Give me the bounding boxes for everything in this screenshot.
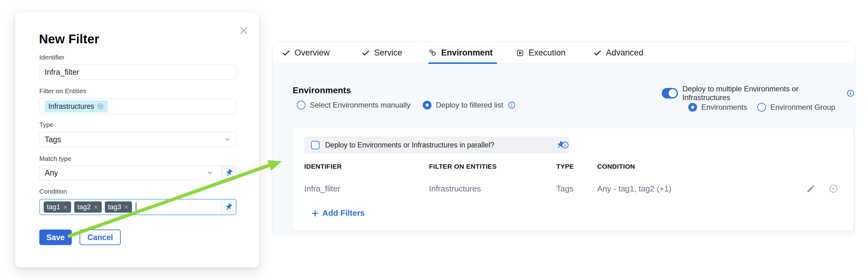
environments-radio[interactable]: Environments	[688, 103, 747, 112]
deploy-multiple-toggle[interactable]	[662, 88, 678, 99]
tag-chip: tag1	[44, 202, 71, 213]
radio-unselected-icon[interactable]	[757, 103, 766, 112]
info-icon[interactable]	[846, 89, 855, 97]
filters-card: Deploy to Environments or Infrastructure…	[293, 128, 854, 231]
radio-unselected-icon[interactable]	[297, 101, 306, 109]
condition-label: Condition	[39, 188, 67, 195]
pin-runtime-button[interactable]	[221, 166, 236, 180]
tab-execution[interactable]: Execution	[516, 42, 566, 64]
tab-service[interactable]: Service	[361, 42, 402, 64]
tag-chip-label: tag2	[78, 203, 91, 211]
parallel-checkbox-bar: Deploy to Environments or Infrastructure…	[304, 137, 569, 153]
chip-remove-icon[interactable]	[124, 205, 129, 210]
cancel-button[interactable]: Cancel	[80, 230, 121, 245]
edit-pencil-icon[interactable]	[806, 184, 815, 193]
type-value: Tags	[44, 135, 61, 144]
cell-type: Tags	[556, 184, 574, 194]
close-icon[interactable]	[238, 25, 249, 36]
pin-icon	[225, 169, 233, 177]
tag-chip-label: tag1	[47, 203, 60, 211]
check-icon	[282, 49, 290, 57]
environment-icon	[428, 49, 437, 57]
cell-entities: Infrastructures	[429, 184, 481, 194]
stage-tabbar: Overview Service Environment Execution A…	[272, 42, 855, 64]
tab-label: Overview	[294, 48, 330, 58]
environment-tab-content: Environments Select Environments manuall…	[272, 64, 855, 236]
save-button[interactable]: Save	[39, 230, 72, 245]
active-tab-underline	[428, 62, 497, 64]
col-header-identifier: IDENTIFIER	[304, 163, 342, 170]
tag-chip: tag2	[74, 202, 102, 213]
select-environments-manually-radio[interactable]: Select Environments manually	[297, 101, 411, 109]
chip-remove-icon[interactable]	[93, 205, 99, 210]
tab-label: Advanced	[606, 48, 643, 58]
pin-runtime-button[interactable]	[221, 200, 236, 214]
plus-icon	[311, 209, 319, 217]
tab-label: Execution	[529, 48, 566, 58]
tab-label: Environment	[441, 48, 493, 58]
pin-icon	[224, 203, 233, 211]
chevron-down-icon	[206, 169, 214, 176]
toggle-knob	[669, 89, 677, 97]
identifier-value: Infra_filter	[44, 68, 79, 77]
environments-heading: Environments	[293, 85, 351, 96]
info-icon[interactable]	[508, 101, 516, 109]
radio-label: Environments	[702, 103, 747, 112]
radio-selected-icon[interactable]	[423, 101, 432, 109]
radio-label: Environment Group	[770, 103, 835, 112]
modal-title: New Filter	[39, 32, 99, 46]
type-select[interactable]: Tags	[39, 132, 237, 147]
type-label: Type	[39, 121, 54, 129]
chip-remove-icon[interactable]	[63, 205, 68, 210]
entity-chip-label: Infrastructures	[49, 102, 94, 111]
col-header-entities: FILTER ON ENTITIES	[429, 163, 497, 170]
match-type-select[interactable]: Any	[39, 165, 237, 180]
match-type-value: Any	[44, 168, 58, 177]
check-icon	[361, 49, 370, 57]
identifier-label: Identifier	[39, 54, 65, 61]
radio-label: Select Environments manually	[310, 101, 411, 109]
add-filters-button[interactable]: Add Filters	[311, 208, 365, 218]
environment-group-radio[interactable]: Environment Group	[757, 103, 835, 112]
parallel-checkbox[interactable]	[311, 141, 319, 149]
cell-identifier: Infra_filter	[304, 184, 340, 194]
add-filters-label: Add Filters	[322, 208, 365, 218]
col-header-type: TYPE	[556, 163, 574, 170]
stage-config-panel: Overview Service Environment Execution A…	[272, 41, 855, 236]
radio-label: Deploy to filtered list	[436, 101, 503, 109]
deploy-multiple-toggle-row: Deploy to multiple Environments or Infra…	[662, 84, 855, 102]
tab-environment[interactable]: Environment	[428, 42, 493, 64]
tag-chip-label: tag3	[108, 203, 121, 211]
execution-icon	[516, 49, 525, 57]
tab-label: Service	[374, 48, 402, 58]
chip-remove-icon[interactable]	[97, 103, 104, 110]
condition-input[interactable]: tag1 tag2 tag3	[39, 199, 237, 215]
new-filter-modal: New Filter Identifier Infra_filter Filte…	[15, 12, 259, 268]
entity-chip: Infrastructures	[44, 100, 107, 112]
parallel-checkbox-label: Deploy to Environments or Infrastructure…	[325, 141, 494, 149]
info-icon[interactable]	[561, 141, 569, 149]
remove-minus-icon[interactable]	[829, 184, 838, 193]
cell-condition: Any - tag1, tag2 (+1)	[597, 184, 672, 194]
tag-chip: tag3	[105, 202, 132, 213]
text-cursor	[136, 202, 136, 212]
chevron-down-icon	[224, 136, 231, 143]
col-header-condition: CONDITION	[597, 163, 635, 170]
check-icon	[593, 49, 602, 57]
identifier-input[interactable]: Infra_filter	[39, 65, 237, 79]
tab-advanced[interactable]: Advanced	[593, 42, 643, 64]
tab-overview[interactable]: Overview	[282, 42, 330, 64]
entities-label: Filter on Entities	[39, 87, 86, 95]
toggle-label: Deploy to multiple Environments or Infra…	[682, 84, 842, 102]
entities-input[interactable]: Infrastructures	[39, 99, 237, 114]
divider	[552, 139, 553, 151]
radio-selected-icon[interactable]	[688, 103, 697, 112]
match-type-label: Match type	[39, 155, 71, 163]
deploy-to-filtered-list-radio[interactable]: Deploy to filtered list	[423, 101, 516, 109]
